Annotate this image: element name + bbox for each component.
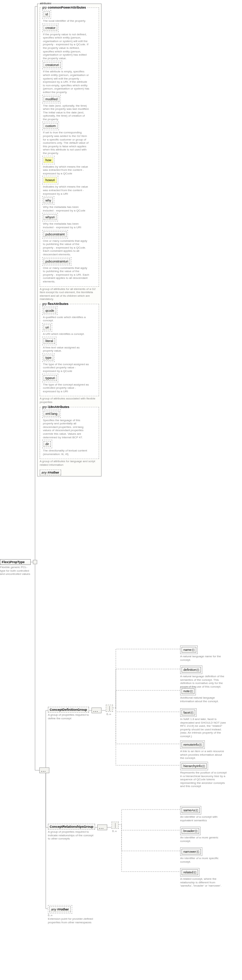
attr-pubconstrainturi: pubconstrainturi One or many constraints… [42,257,96,283]
expand-toggle[interactable]: + [190,690,193,692]
grp-i18nAttributes: grp i18nAttributes xml:lang Specifies th… [40,407,99,459]
expand-toggle[interactable]: + [195,830,197,832]
grp-flexAttributes: grp flexAttributes qcode A qualified cod… [40,304,99,396]
attr-typeuri: typeuri The type of the concept assigned… [42,374,96,393]
root-label-box: Flex1PropType [0,559,31,565]
attributes-keyword: attributes [39,2,52,5]
conceptdef-seq: ••• [91,708,101,713]
attr-xmllang: xml:lang Specifies the language of this … [42,409,96,439]
grp-flex-desc: A group of attributes associated with fl… [40,397,97,404]
element-hierarchyInfo: hierarchyInfo+ Represents the position o… [180,762,237,788]
attr-why: why Why the metadata has been included -… [42,196,96,212]
attr-qcode: qcode A qualified code which identifies … [42,306,96,322]
expand-toggle[interactable]: + [191,711,193,714]
attributes-container: attributes grp commonPowerAttributes id … [37,3,101,476]
grp-i18n-title: grp i18nAttributes [42,405,70,409]
element-remoteInfo: remoteInfo+ A link to an item or a web r… [180,740,237,760]
conceptrel-card: 0..∞ [112,830,117,832]
expand-toggle[interactable]: + [202,765,205,767]
any-card: 0..∞ [48,914,112,916]
any-desc: Extension point for provider-defined pro… [48,917,95,924]
attr-whyuri: whyuri Why the metadata has been include… [42,213,96,229]
group-ConceptRelationshipsGroup: ConceptRelationshipsGroup A group of pro… [48,824,119,840]
conceptdef-card: 0..∞ [107,713,111,715]
attr-type: type The type of the concept assigned as… [42,353,96,373]
element-broader: broader+ An identifier of a more generic… [180,827,237,843]
grp-flex-title: grp flexAttributes [42,302,69,305]
attr-howuri: howuri Indicates by which means the valu… [42,176,96,196]
element-name: name+ A natural language name for the co… [180,646,237,662]
attr-id: id The local identifier of the property. [42,10,96,23]
attr-creatoruri: creatoruri If the attribute is empty, sp… [42,60,96,94]
attr-any-other: any ##other [40,470,99,476]
attr-dir: dir The directionality of textual conten… [42,440,96,456]
expand-toggle[interactable]: + [197,851,199,853]
root-label: Flex1PropType [2,560,25,564]
expand-toggle[interactable]: + [199,743,202,746]
attr-how: how Indicates by which means the value w… [42,156,96,175]
element-note: note+ Additional natural language inform… [180,687,237,703]
element-facet: facet+ In NAR 1.8 and later, facet is de… [180,708,237,738]
element-definition: definition+ A natural language definitio… [180,665,237,688]
conceptrel-choice [112,822,119,829]
grp-commonPowerAttributes: grp commonPowerAttributes id The local i… [40,8,99,287]
element-sameAs: sameAs+ An identifier of a concept with … [180,806,237,822]
expand-toggle[interactable]: + [197,669,199,671]
attr-modified: modified The date (and, optionally, the … [42,95,96,121]
grp-commonPower-desc: A group of attributes for all elements o… [40,288,97,301]
attr-creator: creator If the property value is not def… [42,24,96,60]
grp-commonPower-title: grp commonPowerAttributes [42,6,87,9]
conceptdef-choice [106,705,113,712]
root-node: Flex1PropType Flexible generic PCL-type … [0,559,31,576]
attr-literal: literal A free-text value assigned as pr… [42,337,96,353]
expand-toggle[interactable]: + [192,649,194,651]
element-related: related+ A related concept, where the re… [180,868,237,888]
expand-toggle[interactable]: + [194,871,196,874]
children-sequence: ••• [39,767,49,773]
expand-toggle[interactable]: + [196,809,198,812]
root-desc: Flexible generic PCL-type for both contr… [0,566,31,576]
attr-custom: custom If set to true the corresponding … [42,122,96,155]
root-compositor [33,560,37,564]
element-any-other: any ##other 0..∞ Extension point for pro… [48,905,112,924]
attr-uri: uri A URI which identifies a concept. [42,323,96,336]
attr-pubconstraint: pubconstraint One or many constraints th… [42,230,96,256]
conceptrel-seq: ••• [97,824,107,830]
element-narrower: narrower+ An identifier of a more specif… [180,847,237,863]
grp-i18n-desc: A group of attributes for language and s… [40,460,97,466]
